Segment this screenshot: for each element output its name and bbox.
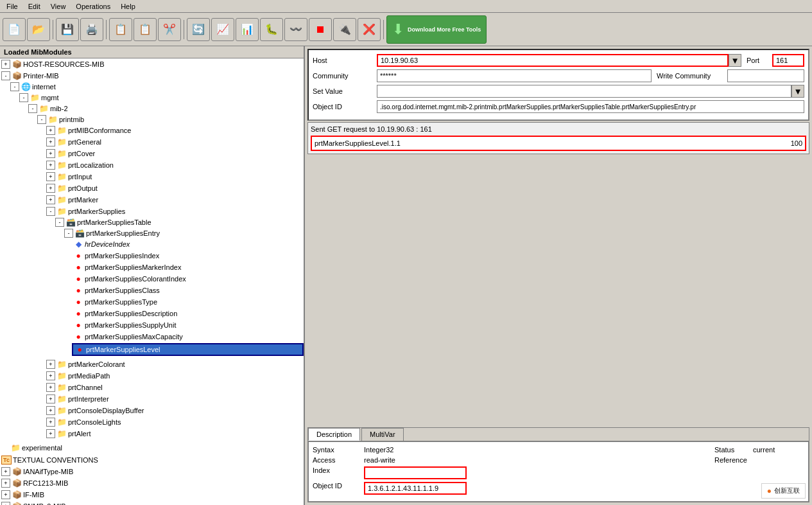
tree-content-textual-conventions[interactable]: Tc TEXTUAL CONVENTIONS — [0, 455, 304, 465]
tree-content-prtmibconformance[interactable]: + 📁 prtMIBConformance — [45, 125, 304, 136]
expand-prtmarkercolorant[interactable]: + — [46, 360, 55, 369]
toolbar-cut-btn[interactable]: ✂️ — [158, 18, 181, 41]
expand-ifmib[interactable]: + — [1, 490, 10, 499]
tree-content-prtmarkersuppliessupplyunit[interactable]: ● prtMarkerSuppliesSupplyUnit — [72, 320, 304, 330]
expand-prtconsoledisplaybuffer[interactable]: + — [46, 406, 55, 415]
host-dropdown-btn[interactable]: ▼ — [729, 54, 741, 67]
tree-content-rfc1213[interactable]: + 📦 RFC1213-MIB — [0, 478, 304, 488]
toolbar-wave-btn[interactable]: 〰️ — [284, 18, 307, 41]
tree-content-prtmarkersuppliestype[interactable]: ● prtMarkerSuppliesType — [72, 297, 304, 307]
tree-content-prtlocalization[interactable]: + 📁 prtLocalization — [45, 160, 304, 170]
toolbar-paste-btn[interactable]: 📋 — [134, 18, 157, 41]
write-community-input[interactable] — [727, 69, 804, 82]
tree-content-prtmarkersuppliescolorantindex[interactable]: ● prtMarkerSuppliesColorantIndex — [72, 274, 304, 284]
expand-prtlocalization[interactable]: + — [46, 161, 55, 170]
menu-view[interactable]: View — [46, 1, 71, 12]
expand-prtcover[interactable]: + — [46, 149, 55, 158]
expand-rfc1213[interactable]: + — [1, 479, 10, 488]
expand-prtmediapath[interactable]: + — [46, 371, 55, 380]
tab-description[interactable]: Description — [308, 428, 360, 441]
expand-prtmarker[interactable]: + — [46, 195, 55, 204]
tree-content-prtmarkersuppliesentry[interactable]: - 🗃️ prtMarkerSuppliesEntry — [63, 228, 304, 238]
toolbar-table-btn[interactable]: 📊 — [236, 18, 259, 41]
toolbar-print-btn[interactable]: 🖨️ — [80, 18, 103, 41]
port-input[interactable] — [772, 54, 804, 67]
host-input[interactable] — [377, 54, 729, 67]
menu-help[interactable]: Help — [116, 1, 141, 12]
tree-content-prtalert[interactable]: + 📁 prtAlert — [45, 429, 304, 439]
expand-prtmarkersuppliestable[interactable]: - — [55, 218, 64, 227]
desc-object-id-input[interactable] — [364, 482, 467, 495]
expand-prtoutput[interactable]: + — [46, 184, 55, 193]
tree-content-prtmarkersuppliesmarkerindex[interactable]: ● prtMarkerSuppliesMarkerIndex — [72, 262, 304, 272]
menu-edit[interactable]: Edit — [23, 1, 46, 12]
tree-content-prtmediapath[interactable]: + 📁 prtMediaPath — [45, 371, 304, 381]
expand-ianasiftype[interactable]: + — [1, 467, 10, 476]
tree-content-prtmarkersuppliesmaxcapacity[interactable]: ● prtMarkerSuppliesMaxCapacity — [72, 332, 304, 342]
tree-node-content-internet[interactable]: - 🌐 internet — [9, 82, 304, 92]
tree-node-content-mib2[interactable]: - 📁 mib-2 — [27, 103, 304, 114]
expand-mib2[interactable]: - — [28, 104, 37, 113]
toolbar-connect-btn[interactable]: 🔌 — [333, 18, 356, 41]
tab-multivar[interactable]: MultiVar — [361, 428, 404, 441]
toolbar-open-btn[interactable]: 📂 — [27, 18, 50, 41]
toolbar-bug-btn[interactable]: 🐛 — [260, 18, 283, 41]
toolbar-refresh-btn[interactable]: 🔄 — [187, 18, 210, 41]
tree-content-prtmarker[interactable]: + 📁 prtMarker — [45, 195, 304, 205]
expand-printmib[interactable]: - — [37, 115, 46, 124]
object-id-input[interactable] — [377, 100, 804, 113]
expand-prtmarkersupplies[interactable]: - — [46, 207, 55, 216]
expand-prtalert[interactable]: + — [46, 429, 55, 438]
tree-content-prtinterpreter[interactable]: + 📁 prtInterpreter — [45, 394, 304, 404]
expand-prtchannel[interactable]: + — [46, 383, 55, 392]
tree-node-content-host-resources[interactable]: + 📦 HOST-RESOURCES-MIB — [0, 59, 304, 69]
tree-content-prtmarkercolorant[interactable]: + 📁 prtMarkerColorant — [45, 359, 304, 369]
expand-internet[interactable]: - — [10, 82, 19, 91]
toolbar-disconnect-btn[interactable]: ❌ — [358, 18, 381, 41]
mib2-label: mib-2 — [50, 105, 68, 112]
toolbar-chart-btn[interactable]: 📈 — [211, 18, 234, 41]
expand-prtinterpreter[interactable]: + — [46, 394, 55, 403]
expand-mgmt[interactable]: - — [19, 93, 28, 102]
expand-prtinput[interactable]: + — [46, 172, 55, 181]
tree-content-prtcover[interactable]: + 📁 prtCover — [45, 148, 304, 159]
tree-node-content-mgmt[interactable]: - 📁 mgmt — [18, 93, 304, 103]
toolbar-download-btn[interactable]: ⬇ Download More Free Tools — [386, 15, 487, 44]
tree-content-prtinput[interactable]: + 📁 prtInput — [45, 172, 304, 182]
tree-content-prtgeneral[interactable]: + 📁 prtGeneral — [45, 137, 304, 147]
tree-content-prtoutput[interactable]: + 📁 prtOutput — [45, 183, 304, 193]
tree-content-snmpv2mib[interactable]: + 📦 SNMPv2-MIB — [0, 501, 304, 505]
tree-content-experimental[interactable]: 📁 experimental — [9, 443, 304, 453]
tree-content-prtmarkersuppliesindex[interactable]: ● prtMarkerSuppliesIndex — [72, 251, 304, 261]
tree-content-ianasiftype[interactable]: + 📦 IANAifType-MIB — [0, 466, 304, 477]
tree-content-hrdeviceindex[interactable]: ◆ hrDeviceIndex — [72, 239, 304, 249]
tree-content-prtchannel[interactable]: + 📁 prtChannel — [45, 382, 304, 393]
set-value-input[interactable] — [377, 85, 791, 98]
expand-prtgeneral[interactable]: + — [46, 137, 55, 146]
toolbar-copy-btn[interactable]: 📋 — [109, 18, 132, 41]
tree-content-prtmarkersuppliesdescription[interactable]: ● prtMarkerSuppliesDescription — [72, 308, 304, 319]
menu-operations[interactable]: Operations — [71, 1, 116, 12]
expand-prtmibconformance[interactable]: + — [46, 126, 55, 135]
tree-content-prtmarkersupplies[interactable]: - 📁 prtMarkerSupplies — [45, 206, 304, 217]
tree-content-prtmarkersupplieslevel[interactable]: ● prtMarkerSuppliesLevel — [72, 343, 304, 356]
set-value-dropdown-btn[interactable]: ▼ — [791, 85, 804, 98]
community-input[interactable] — [377, 69, 652, 82]
toolbar-new-btn[interactable]: 📄 — [3, 18, 26, 41]
tree-content-prtconsoledisplaybuffer[interactable]: + 📁 prtConsoleDisplayBuffer — [45, 405, 304, 416]
expand-host-resources[interactable]: + — [1, 60, 10, 69]
toolbar-stop-btn[interactable]: ⏹ — [309, 18, 332, 41]
expand-prtconsolelights[interactable]: + — [46, 418, 55, 427]
tree-content-prtconsolelights[interactable]: + 📁 prtConsoleLights — [45, 417, 304, 427]
index-input[interactable] — [364, 466, 467, 479]
tree-content-prtmarkersuppliesclass[interactable]: ● prtMarkerSuppliesClass — [72, 285, 304, 296]
toolbar-save-btn[interactable]: 💾 — [56, 18, 79, 41]
tree-content-ifmib[interactable]: + 📦 IF-MIB — [0, 490, 304, 500]
tree-node-content-printmib[interactable]: - 📁 printmib — [36, 114, 304, 125]
expand-prtmarkersuppliesentry[interactable]: - — [64, 229, 73, 238]
menu-file[interactable]: File — [1, 1, 23, 12]
expand-snmpv2mib[interactable]: + — [1, 502, 10, 505]
tree-content-prtmarkersuppliestable[interactable]: - 🗃️ prtMarkerSuppliesTable — [54, 217, 304, 227]
tree-node-content-printer-mib[interactable]: - 📦 Printer-MIB — [0, 71, 304, 81]
expand-printer-mib[interactable]: - — [1, 71, 10, 80]
